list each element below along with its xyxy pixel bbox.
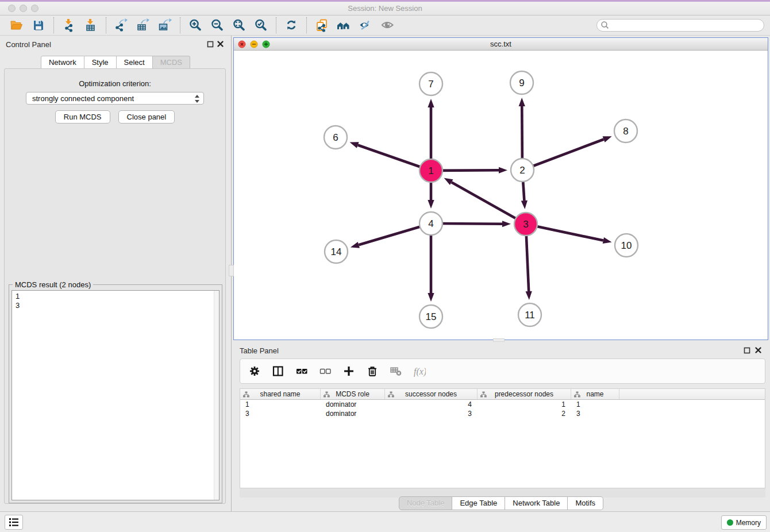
tab-network-table[interactable]: Network Table xyxy=(505,496,568,510)
tab-mcds[interactable]: MCDS xyxy=(153,56,190,70)
column-header-MCDS-role[interactable]: MCDS role xyxy=(321,389,385,399)
function-builder-button[interactable]: f(x) xyxy=(412,364,427,379)
show-graphics-details-button[interactable] xyxy=(376,17,398,34)
table-row[interactable]: 3dominator323 xyxy=(240,409,765,418)
table-row[interactable]: 1dominator411 xyxy=(240,400,765,409)
copy-network-button[interactable] xyxy=(311,17,333,34)
table-cell[interactable]: 3 xyxy=(385,409,478,418)
mcds-result-title: MCDS result (2 nodes) xyxy=(13,280,93,289)
vertical-splitter-handle[interactable] xyxy=(229,265,234,276)
tab-style[interactable]: Style xyxy=(84,56,117,70)
result-scrollbar[interactable] xyxy=(214,291,219,500)
search-input[interactable] xyxy=(610,20,764,30)
tab-node-table[interactable]: Node Table xyxy=(399,496,453,510)
column-header-shared-name[interactable]: shared name xyxy=(240,389,321,399)
column-header-successor-nodes[interactable]: successor nodes xyxy=(385,389,478,399)
graph-node-6[interactable]: 6 xyxy=(324,126,347,149)
save-session-button[interactable] xyxy=(28,17,49,34)
table-settings-button[interactable] xyxy=(247,364,262,379)
graph-edge-2-8[interactable] xyxy=(522,139,604,170)
table-cell[interactable]: 4 xyxy=(385,400,478,409)
import-table-button[interactable] xyxy=(80,17,102,34)
table-cell[interactable]: 3 xyxy=(240,409,321,418)
zoom-fit-button[interactable] xyxy=(228,17,250,34)
zoom-selected-button[interactable] xyxy=(250,17,272,34)
zoom-in-button[interactable] xyxy=(184,17,206,34)
delete-column-button[interactable] xyxy=(365,364,380,379)
window-title: Session: New Session xyxy=(0,4,770,13)
graph-node-10[interactable]: 10 xyxy=(615,234,638,257)
column-layout-button[interactable] xyxy=(271,364,286,379)
search-box[interactable] xyxy=(596,19,764,32)
graph-node-14[interactable]: 14 xyxy=(325,240,348,263)
graph-node-7[interactable]: 7 xyxy=(419,72,442,95)
delete-table-button[interactable] xyxy=(388,364,403,379)
graph-edge-3-1[interactable] xyxy=(452,182,526,224)
column-header-label: predecessor nodes xyxy=(495,390,553,398)
status-bar: Memory xyxy=(0,511,770,532)
table-cell[interactable]: 1 xyxy=(478,400,571,409)
table-header-row: shared nameMCDS rolesuccessor nodesprede… xyxy=(240,389,765,400)
tab-edge-table[interactable]: Edge Table xyxy=(452,496,505,510)
open-file-button[interactable] xyxy=(6,17,28,34)
graph-node-11[interactable]: 11 xyxy=(518,303,541,326)
zoom-out-icon xyxy=(210,18,224,32)
table-cell[interactable]: dominator xyxy=(321,409,385,418)
column-header-label: shared name xyxy=(260,390,300,398)
graph-node-1[interactable]: 1 xyxy=(419,159,442,182)
home-button[interactable] xyxy=(333,17,355,34)
graph-node-label: 14 xyxy=(331,246,342,257)
copy-network-icon xyxy=(315,18,329,32)
mcds-result-group: MCDS result (2 nodes) 1 3 xyxy=(9,284,222,503)
table-cell[interactable]: 2 xyxy=(478,409,571,418)
table-cell[interactable]: 1 xyxy=(571,400,619,409)
network-canvas[interactable]: 1234678910111415 xyxy=(234,51,768,340)
graph-node-8[interactable]: 8 xyxy=(614,119,637,142)
export-image-button[interactable] xyxy=(154,17,176,34)
column-header-label: name xyxy=(586,390,603,398)
memory-button[interactable]: Memory xyxy=(721,515,767,530)
toolbar-separator xyxy=(106,17,106,33)
export-table-button[interactable] xyxy=(132,17,154,34)
network-window-titlebar[interactable]: scc.txt xyxy=(234,38,768,51)
select-all-checks-button[interactable] xyxy=(294,364,309,379)
graph-node-9[interactable]: 9 xyxy=(510,71,533,94)
graph-edge-arrow-1-4 xyxy=(428,200,434,209)
refresh-network-button[interactable] xyxy=(280,17,302,34)
svg-text:f(x): f(x) xyxy=(414,367,426,377)
tab-network[interactable]: Network xyxy=(41,56,84,70)
optimization-criterion-select[interactable]: strongly connected component xyxy=(26,92,204,105)
run-mcds-button[interactable]: Run MCDS xyxy=(55,110,110,124)
graph-node-4[interactable]: 4 xyxy=(419,212,442,235)
task-history-button[interactable] xyxy=(5,515,23,530)
control-panel-header: Control Panel xyxy=(0,36,231,53)
zoom-out-button[interactable] xyxy=(206,17,228,34)
tab-select[interactable]: Select xyxy=(117,56,153,70)
export-network-button[interactable] xyxy=(110,17,132,34)
refresh-network-icon xyxy=(284,18,298,32)
float-table-panel-icon[interactable] xyxy=(744,347,750,354)
close-panel-button[interactable]: Close panel xyxy=(118,110,175,124)
app-titlebar: Session: New Session xyxy=(0,2,770,16)
graph-node-label: 7 xyxy=(428,79,433,90)
close-panel-icon[interactable] xyxy=(217,40,224,48)
graph-node-2[interactable]: 2 xyxy=(511,159,534,182)
graph-node-3[interactable]: 3 xyxy=(514,213,537,236)
table-cell[interactable]: 1 xyxy=(240,400,321,409)
style-preview-button[interactable] xyxy=(355,17,376,34)
graph-edge-arrow-1-2 xyxy=(499,167,507,174)
mcds-result-text[interactable]: 1 3 xyxy=(11,290,220,500)
graph-node-label: 11 xyxy=(525,310,535,321)
column-header-predecessor-nodes[interactable]: predecessor nodes xyxy=(478,389,571,399)
add-column-button[interactable] xyxy=(341,364,356,379)
column-header-name[interactable]: name xyxy=(571,389,619,399)
float-panel-icon[interactable] xyxy=(207,41,214,48)
toolbar-separator xyxy=(180,17,180,33)
table-cell[interactable]: 3 xyxy=(571,409,619,418)
close-table-panel-icon[interactable] xyxy=(754,346,762,354)
tab-motifs[interactable]: Motifs xyxy=(568,496,603,510)
clear-all-checks-button[interactable] xyxy=(318,364,333,379)
graph-node-15[interactable]: 15 xyxy=(419,305,442,328)
import-network-button[interactable] xyxy=(58,17,80,34)
table-cell[interactable]: dominator xyxy=(321,400,385,409)
